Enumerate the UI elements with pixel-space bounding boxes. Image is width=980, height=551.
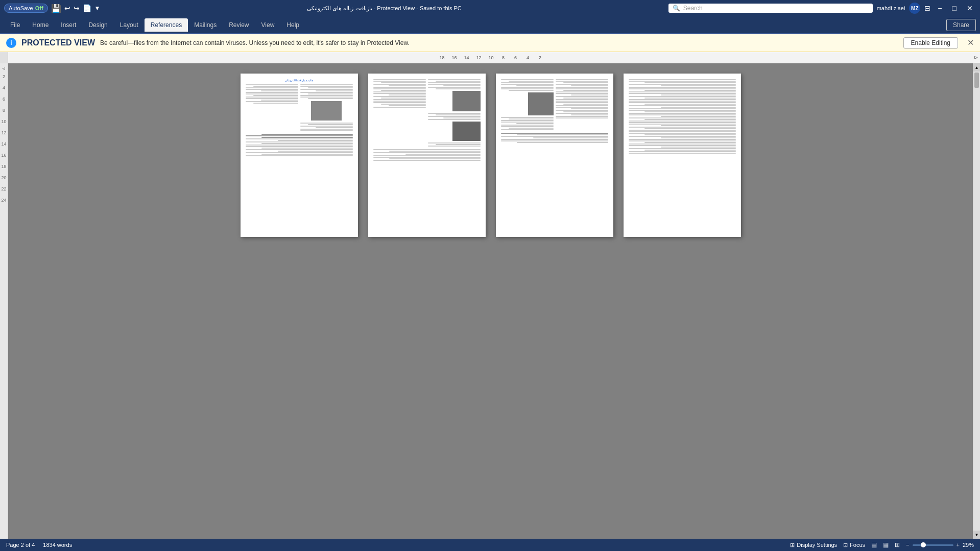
autosave-toggle[interactable]: AutoSave Off: [4, 4, 48, 13]
left-ruler-16: 16: [0, 150, 8, 161]
title-bar-center: بازیافت زباله های الکترونیکی - Protected…: [100, 5, 668, 12]
left-ruler-8: 8: [0, 105, 8, 116]
read-mode-view-button[interactable]: ⊞: [895, 541, 900, 548]
display-settings-button[interactable]: ⊞ Display Settings: [790, 542, 837, 548]
page1-list: [246, 134, 353, 156]
tab-references[interactable]: References: [145, 18, 188, 32]
page3-col1: [556, 79, 608, 131]
page1-col2: [246, 84, 298, 132]
tab-mailings[interactable]: Mailings: [188, 18, 223, 32]
ruler-num-12: 12: [473, 55, 485, 60]
close-button[interactable]: ✕: [964, 4, 976, 12]
zoom-in-button[interactable]: +: [957, 542, 960, 548]
tab-view[interactable]: View: [255, 18, 281, 32]
left-ruler-22: 22: [0, 183, 8, 195]
scroll-up-button[interactable]: ▲: [973, 63, 980, 71]
maximize-button[interactable]: □: [949, 4, 960, 12]
ruler-num-10: 10: [485, 55, 497, 60]
ribbon-display-icon[interactable]: ⊟: [924, 4, 930, 12]
page-info: Page 2 of 4: [6, 542, 35, 548]
document-area[interactable]: چکیده بازیافت الکترونیکی: [8, 63, 973, 539]
search-placeholder: Search: [683, 5, 703, 12]
title-bar-right: 🔍 Search mahdi ziaei MZ ⊟ − □ ✕: [668, 3, 976, 14]
print-layout-view-button[interactable]: ▤: [871, 541, 877, 548]
autosave-state: Off: [35, 5, 43, 11]
redo-icon[interactable]: ↪: [74, 4, 80, 12]
web-layout-view-button[interactable]: ▦: [883, 541, 889, 548]
scroll-track[interactable]: [973, 71, 980, 531]
zoom-percent: 29%: [963, 542, 974, 548]
close-protected-bar-icon[interactable]: ✕: [967, 38, 974, 47]
search-icon: 🔍: [673, 5, 680, 12]
zoom-control: − + 29%: [906, 542, 974, 548]
tab-review[interactable]: Review: [223, 18, 255, 32]
zoom-slider[interactable]: [913, 544, 953, 546]
left-ruler-6: 6: [0, 93, 8, 105]
main-area: ⊲ 2 4 6 8 10 12 14 16 18 20 22 24 چکیده …: [0, 63, 980, 539]
page2-bottom: [373, 149, 481, 161]
left-ruler-indicator: ⊲: [2, 66, 6, 71]
focus-button[interactable]: ⊡ Focus: [843, 542, 865, 548]
new-doc-icon[interactable]: 📄: [83, 4, 91, 12]
protected-label: PROTECTED VIEW: [21, 38, 95, 47]
tab-file[interactable]: File: [4, 18, 26, 32]
page3-content: [501, 79, 608, 131]
page2-col2: [373, 79, 426, 147]
page2-col1: [428, 79, 481, 147]
vertical-scrollbar[interactable]: ▲ ▼: [973, 63, 980, 539]
ruler-num-8: 8: [497, 55, 510, 60]
tab-layout[interactable]: Layout: [114, 18, 145, 32]
scroll-thumb[interactable]: [974, 73, 979, 88]
enable-editing-button[interactable]: Enable Editing: [903, 37, 958, 49]
ruler-num-18: 18: [436, 55, 448, 60]
zoom-out-button[interactable]: −: [906, 542, 909, 548]
ruler-numbers: 18 16 14 12 10 8 6 4 2: [436, 55, 546, 60]
page1-title: چکیده بازیافت الکترونیکی: [246, 79, 353, 82]
page4-content: [629, 79, 736, 154]
save-icon[interactable]: 💾: [51, 4, 61, 13]
ruler-num-16: 16: [448, 55, 461, 60]
tab-home[interactable]: Home: [26, 18, 55, 32]
zoom-thumb: [921, 542, 926, 547]
left-ruler-4: 4: [0, 82, 8, 93]
tab-insert[interactable]: Insert: [55, 18, 82, 32]
ruler-num-4: 4: [522, 55, 534, 60]
autosave-label: AutoSave: [9, 5, 33, 11]
protected-view-bar: i PROTECTED VIEW Be careful—files from t…: [0, 34, 980, 52]
left-ruler-14: 14: [0, 138, 8, 150]
search-box[interactable]: 🔍 Search: [668, 4, 873, 13]
undo-icon[interactable]: ↩: [64, 4, 70, 12]
page3-image1: [528, 92, 554, 115]
left-ruler-12: 12: [0, 127, 8, 138]
title-bar: AutoSave Off 💾 ↩ ↪ 📄 ▼ بازیافت زباله های…: [0, 0, 980, 16]
ribbon: File Home Insert Design Layout Reference…: [0, 16, 980, 34]
ruler-main: 18 16 14 12 10 8 6 4 2: [8, 52, 974, 63]
left-ruler-2: 2: [0, 71, 8, 82]
word-count: 1834 words: [43, 542, 72, 548]
tab-design[interactable]: Design: [82, 18, 113, 32]
left-ruler-20: 20: [0, 172, 8, 183]
ruler-area: 18 16 14 12 10 8 6 4 2 ⊳: [0, 52, 980, 63]
tab-help[interactable]: Help: [280, 18, 305, 32]
display-settings-icon: ⊞: [790, 542, 795, 548]
page-4: [624, 74, 741, 237]
document-title: بازیافت زباله های الکترونیکی - Protected…: [307, 5, 461, 12]
protected-icon: i: [6, 38, 16, 48]
page3-bottom: [501, 133, 608, 143]
scroll-down-button[interactable]: ▼: [973, 531, 980, 539]
page-2: [368, 74, 486, 237]
left-ruler-24: 24: [0, 195, 8, 206]
page-1: چکیده بازیافت الکترونیکی: [241, 74, 358, 237]
page2-image2: [452, 122, 481, 141]
minimize-button[interactable]: −: [935, 4, 945, 12]
customize-icon[interactable]: ▼: [94, 5, 101, 12]
share-button[interactable]: Share: [946, 19, 976, 31]
left-ruler: ⊲ 2 4 6 8 10 12 14 16 18 20 22 24: [0, 63, 8, 539]
left-ruler-18: 18: [0, 161, 8, 172]
status-bar: Page 2 of 4 1834 words ⊞ Display Setting…: [0, 539, 980, 551]
ruler-num-6: 6: [510, 55, 522, 60]
page2-image1: [452, 91, 481, 111]
page1-col1: [300, 84, 353, 132]
user-avatar: MZ: [909, 3, 920, 14]
ruler-num-2: 2: [534, 55, 546, 60]
